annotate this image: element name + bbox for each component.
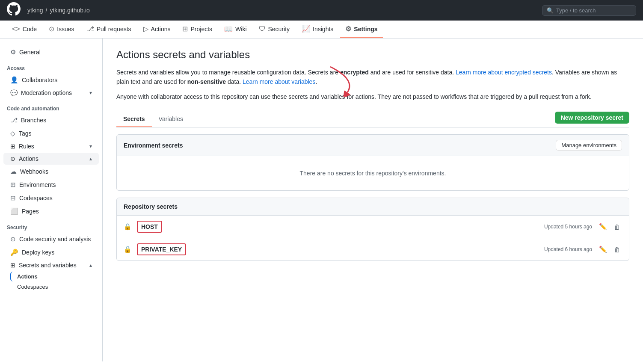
repo-nav: <> Code ⊙ Issues ⎇ Pull requests ▷ Actio… xyxy=(0,21,643,38)
global-search[interactable]: 🔍 Type / to search xyxy=(542,5,636,16)
secret-updated-host: Updated 5 hours ago xyxy=(544,224,592,230)
chevron-up-icon: ▴ xyxy=(89,156,92,162)
chevron-up-icon: ▴ xyxy=(89,262,92,268)
insights-icon: 📈 xyxy=(302,25,310,33)
sidebar-item-tags[interactable]: ◇ Tags xyxy=(3,127,99,140)
edit-secret-host-button[interactable]: ✏️ xyxy=(597,221,609,232)
gear-icon: ⚙ xyxy=(10,48,16,56)
tab-wiki[interactable]: 📖 Wiki xyxy=(219,21,252,38)
environment-secrets-empty: There are no secrets for this repository… xyxy=(117,156,629,190)
security-icon: 🛡 xyxy=(259,25,266,33)
chevron-down-icon: ▾ xyxy=(89,143,92,149)
rules-icon: ⊞ xyxy=(10,143,15,150)
tags-icon: ◇ xyxy=(10,130,15,137)
pages-icon: ⬜ xyxy=(10,207,18,215)
lock-icon: 🔒 xyxy=(124,223,132,231)
projects-icon: ⊞ xyxy=(182,25,188,33)
secret-name-host: HOST xyxy=(137,221,162,233)
tab-insights[interactable]: 📈 Insights xyxy=(296,21,338,38)
search-placeholder: Type / to search xyxy=(556,7,596,14)
github-logo[interactable] xyxy=(7,2,21,18)
branches-icon: ⎇ xyxy=(10,116,18,124)
sidebar-item-branches[interactable]: ⎇ Branches xyxy=(3,114,99,127)
sidebar-item-webhooks[interactable]: ☁ Webhooks xyxy=(3,165,99,178)
header: ytking / ytking.github.io 🔍 Type / to se… xyxy=(0,0,643,21)
lock-icon: 🔒 xyxy=(124,246,132,253)
repository-secrets-title: Repository secrets xyxy=(124,203,178,210)
sidebar-item-moderation[interactable]: 💬 Moderation options ▾ xyxy=(3,87,99,99)
tab-code[interactable]: <> Code xyxy=(7,21,42,38)
codespaces-icon: ⊟ xyxy=(10,194,16,202)
wiki-icon: 📖 xyxy=(224,25,233,33)
learn-more-variables-link[interactable]: Learn more about variables xyxy=(243,78,315,85)
tab-projects[interactable]: ⊞ Projects xyxy=(177,21,217,38)
sidebar-section-code-automation: Code and automation xyxy=(0,102,102,113)
environment-secrets-title: Environment secrets xyxy=(124,142,183,149)
secret-updated-private-key: Updated 6 hours ago xyxy=(544,246,592,252)
red-arrow-svg xyxy=(322,62,373,97)
tab-variables[interactable]: Variables xyxy=(152,112,190,127)
code-security-icon: ⊙ xyxy=(10,235,16,243)
actions-icon: ▷ xyxy=(143,25,148,33)
deploy-keys-icon: 🔑 xyxy=(10,249,18,256)
sidebar: ⚙ General Access 👤 Collaborators 💬 Moder… xyxy=(0,38,103,361)
environment-secrets-header: Environment secrets Manage environments xyxy=(117,135,629,156)
sidebar-item-actions[interactable]: ⊙ Actions ▴ xyxy=(3,153,99,165)
sidebar-sub-item-codespaces[interactable]: Codespaces xyxy=(10,282,102,292)
secret-name-private-key: PRIVATE_KEY xyxy=(137,243,186,255)
sidebar-sub-item-actions[interactable]: Actions xyxy=(10,272,102,281)
manage-environments-button[interactable]: Manage environments xyxy=(556,140,622,151)
breadcrumb: ytking / ytking.github.io xyxy=(27,7,90,14)
breadcrumb-user[interactable]: ytking xyxy=(27,7,43,14)
tab-issues[interactable]: ⊙ Issues xyxy=(44,21,79,38)
tab-pull-requests[interactable]: ⎇ Pull requests xyxy=(81,21,136,38)
pr-icon: ⎇ xyxy=(86,25,94,33)
sidebar-item-deploy-keys[interactable]: 🔑 Deploy keys xyxy=(3,246,99,259)
environments-icon: ⊞ xyxy=(10,181,16,189)
webhooks-icon: ☁ xyxy=(10,168,17,175)
sidebar-item-environments[interactable]: ⊞ Environments xyxy=(3,178,99,191)
delete-secret-host-button[interactable]: 🗑 xyxy=(612,221,622,232)
sidebar-item-secrets-variables[interactable]: ⊞ Secrets and variables ▴ xyxy=(3,259,99,271)
actions-nav-icon: ⊙ xyxy=(10,155,15,162)
sidebar-item-collaborators[interactable]: 👤 Collaborators xyxy=(3,74,99,86)
breadcrumb-repo[interactable]: ytking.github.io xyxy=(50,7,89,14)
tab-settings[interactable]: ⚙ Settings xyxy=(340,21,382,38)
delete-secret-private-key-button[interactable]: 🗑 xyxy=(612,244,622,255)
repository-secrets-header: Repository secrets xyxy=(117,198,629,216)
environment-secrets-section: Environment secrets Manage environments … xyxy=(116,134,629,191)
sidebar-item-code-security[interactable]: ⊙ Code security and analysis xyxy=(3,233,99,246)
issues-icon: ⊙ xyxy=(49,25,54,33)
settings-icon: ⚙ xyxy=(345,25,351,33)
page-layout: ⚙ General Access 👤 Collaborators 💬 Moder… xyxy=(0,38,643,361)
sidebar-item-codespaces[interactable]: ⊟ Codespaces xyxy=(3,192,99,204)
secret-actions-host: ✏️ 🗑 xyxy=(597,221,622,232)
repository-secrets-section: Repository secrets 🔒 HOST Updated 5 hour… xyxy=(116,198,629,261)
secret-row-private-key: 🔒 PRIVATE_KEY Updated 6 hours ago ✏️ 🗑 xyxy=(117,238,629,260)
secret-actions-private-key: ✏️ 🗑 xyxy=(597,244,622,255)
chevron-down-icon: ▾ xyxy=(89,90,92,96)
secrets-sub-menu: Actions Codespaces xyxy=(0,272,102,292)
main-content: Actions secrets and variables Secrets an… xyxy=(103,38,643,361)
search-icon: 🔍 xyxy=(547,7,554,14)
sidebar-item-rules[interactable]: ⊞ Rules ▾ xyxy=(3,140,99,152)
tab-actions[interactable]: ▷ Actions xyxy=(138,21,176,38)
edit-secret-private-key-button[interactable]: ✏️ xyxy=(597,244,609,255)
tab-security[interactable]: 🛡 Security xyxy=(254,21,295,38)
breadcrumb-separator: / xyxy=(46,7,47,14)
moderation-icon: 💬 xyxy=(10,89,18,96)
code-icon: <> xyxy=(12,25,20,33)
secrets-icon: ⊞ xyxy=(10,262,15,269)
sidebar-item-general[interactable]: ⚙ General xyxy=(3,46,99,59)
learn-more-secrets-link[interactable]: Learn more about encrypted secrets xyxy=(456,69,552,76)
tab-secrets[interactable]: Secrets xyxy=(116,112,152,127)
secret-row-host: 🔒 HOST Updated 5 hours ago ✏️ 🗑 xyxy=(117,216,629,238)
sidebar-section-access: Access xyxy=(0,62,102,73)
collaborators-icon: 👤 xyxy=(10,76,18,84)
sidebar-section-security: Security xyxy=(0,221,102,232)
page-title: Actions secrets and variables xyxy=(116,49,629,61)
new-repository-secret-button[interactable]: New repository secret xyxy=(555,112,629,124)
sidebar-item-pages[interactable]: ⬜ Pages xyxy=(3,205,99,218)
